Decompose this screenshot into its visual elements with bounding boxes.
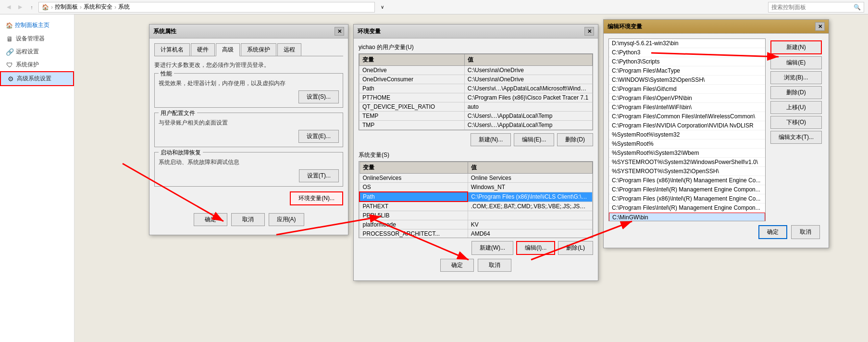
- env-vars-button[interactable]: 环境变量(N)...: [290, 191, 343, 205]
- edit-env-list-item[interactable]: %SYSTEMROOT%\System32\OpenSSH\: [609, 167, 765, 176]
- sidebar-item-remote-settings[interactable]: 🔗 远程设置: [0, 45, 74, 58]
- edit-env-list-item[interactable]: C:\Program Files\Intel\WiFi\bin\: [609, 103, 765, 112]
- tab-computer-name[interactable]: 计算机名: [154, 43, 190, 56]
- advanced-settings-icon: ⚙: [7, 75, 14, 83]
- breadcrumb-3[interactable]: 系统: [118, 3, 130, 11]
- edit-env-list-item[interactable]: C:\MinGW\bin: [609, 213, 765, 221]
- tab-hardware[interactable]: 硬件: [191, 43, 215, 56]
- edit-env-list[interactable]: D:\mysql-5.6.21-win32\binC:\Python3C:\Py…: [608, 38, 766, 221]
- user-var-name: Path: [360, 84, 465, 93]
- user-var-row[interactable]: PT7HOMEC:\Program Files (x86)\Cisco Pack…: [360, 93, 593, 102]
- edit-env-cancel-button[interactable]: 取消: [791, 225, 820, 239]
- edit-env-list-item[interactable]: D:\mysql-5.6.21-win32\bin: [609, 39, 765, 48]
- edit-env-list-item[interactable]: C:\Python3: [609, 48, 765, 57]
- sys-delete-button[interactable]: 删除(L): [558, 241, 593, 255]
- edit-env-dialog: 编辑环境变量 ✕ D:\mysql-5.6.21-win32\binC:\Pyt…: [603, 19, 829, 248]
- sys-var-name: platformcode: [360, 220, 468, 229]
- tab-remote[interactable]: 远程: [277, 43, 301, 56]
- sys-vars-table: 变量 值 OnlineServicesOnline ServicesOSWind…: [359, 162, 593, 238]
- edit-env-list-item[interactable]: C:\Program Files (x86)\Intel\(R) Managem…: [609, 176, 765, 185]
- sidebar-item-system-protection[interactable]: 🛡 系统保护: [0, 58, 74, 71]
- user-edit-button[interactable]: 编辑(E)...: [514, 133, 554, 146]
- user-var-row[interactable]: PathC:\Users\vi…\AppData\Local\Microsoft…: [360, 84, 593, 93]
- edit-env-close-button[interactable]: ✕: [815, 22, 825, 31]
- edit-env-list-item[interactable]: %SystemRoot%\system32: [609, 130, 765, 139]
- user-var-row[interactable]: OneDriveC:\Users\na\OneDrive: [360, 66, 593, 75]
- edit-env-action-button[interactable]: 上移(U): [770, 101, 822, 114]
- env-vars-title-bar[interactable]: 环境变量 ✕: [354, 25, 598, 38]
- sys-var-row[interactable]: OSWindows_NT: [360, 183, 593, 192]
- performance-settings-button[interactable]: 设置(S)...: [298, 90, 339, 103]
- edit-env-title-bar[interactable]: 编辑环境变量 ✕: [604, 20, 829, 34]
- sys-var-row[interactable]: PATHEXT.COM;.EXE;.BAT;.CMD;.VBS;.VBE;.JS…: [360, 202, 593, 211]
- user-profile-label: 用户配置文件: [159, 109, 197, 117]
- env-vars-ok-button[interactable]: 确定: [440, 259, 474, 272]
- system-properties-title-bar[interactable]: 系统属性 ✕: [149, 25, 348, 38]
- sys-props-cancel-button[interactable]: 取消: [231, 213, 265, 226]
- sidebar-item-advanced-settings[interactable]: ⚙ 高级系统设置: [0, 71, 74, 86]
- edit-env-action-button[interactable]: 浏览(B)...: [770, 71, 822, 84]
- sys-props-apply-button[interactable]: 应用(A): [269, 213, 304, 226]
- user-var-row[interactable]: OneDriveConsumerC:\Users\na\OneDrive: [360, 75, 593, 84]
- sys-var-row[interactable]: PathC:\Program Files (x86)\Intel\iCLS Cl…: [360, 192, 593, 202]
- edit-env-action-button[interactable]: 下移(O): [770, 116, 822, 129]
- edit-env-list-item[interactable]: %SYSTEMROOT%\System32\WindowsPowerShell\…: [609, 158, 765, 167]
- sys-var-row[interactable]: OnlineServicesOnline Services: [360, 174, 593, 183]
- user-var-row[interactable]: TEMPC:\Users\…\AppData\Local\Temp: [360, 112, 593, 121]
- system-properties-close-button[interactable]: ✕: [335, 27, 344, 36]
- search-icon: 🔍: [854, 4, 861, 11]
- edit-env-list-item[interactable]: C:\Program Files (x86)\Intel\(R) Managem…: [609, 194, 765, 203]
- edit-env-list-item[interactable]: C:\Program Files\NVIDIA Corporation\NVID…: [609, 121, 765, 130]
- edit-env-list-item[interactable]: C:\Program Files\Intel\(R) Management En…: [609, 185, 765, 194]
- collapse-icon: ∨: [381, 4, 384, 10]
- search-bar[interactable]: 🔍: [768, 2, 864, 13]
- sys-var-value: Windows_NT: [468, 183, 592, 192]
- sys-var-row[interactable]: PERL5LIB: [360, 211, 593, 220]
- edit-env-list-item[interactable]: C:\Program Files\MacType: [609, 66, 765, 76]
- sidebar-home[interactable]: 🏠 控制面板主页: [0, 18, 74, 32]
- sys-edit-button[interactable]: 编辑(I)...: [516, 241, 555, 255]
- sys-var-value: [468, 211, 592, 220]
- user-profile-settings-button[interactable]: 设置(E)...: [298, 130, 339, 143]
- env-vars-cancel-button[interactable]: 取消: [478, 259, 511, 272]
- sys-props-ok-button[interactable]: 确定: [194, 213, 227, 226]
- edit-env-action-button[interactable]: 删除(D): [770, 86, 822, 99]
- up-button[interactable]: ↑: [27, 2, 37, 12]
- breadcrumb-2[interactable]: 系统和安全: [84, 3, 112, 11]
- edit-env-action-button[interactable]: 编辑(E): [770, 56, 822, 69]
- sys-new-button[interactable]: 新建(W)...: [471, 241, 513, 255]
- env-vars-close-button[interactable]: ✕: [584, 27, 594, 36]
- sys-var-row[interactable]: PROCESSOR_ARCHITECT...AMD64: [360, 229, 593, 239]
- startup-recovery-settings-button[interactable]: 设置(T)...: [299, 169, 339, 182]
- breadcrumb-1[interactable]: 控制面板: [55, 3, 78, 11]
- edit-env-list-item[interactable]: C:\Python3\Scripts: [609, 57, 765, 66]
- tab-system-protection[interactable]: 系统保护: [241, 43, 276, 56]
- edit-env-list-item[interactable]: C:\WINDOWS\System32\OpenSSH\: [609, 76, 765, 85]
- sidebar-item-label: 系统保护: [16, 61, 39, 69]
- sys-var-row[interactable]: platformcodeKV: [360, 220, 593, 229]
- sys-vars-table-container[interactable]: 变量 值 OnlineServicesOnline ServicesOSWind…: [359, 161, 593, 238]
- edit-env-list-item[interactable]: %SystemRoot%\System32\Wbem: [609, 149, 765, 158]
- tab-advanced[interactable]: 高级: [216, 43, 240, 56]
- sidebar-home-label: 控制面板主页: [15, 21, 50, 29]
- user-new-button[interactable]: 新建(N)...: [471, 133, 511, 146]
- edit-env-action-button[interactable]: 编辑文本(T)...: [770, 131, 822, 144]
- user-vars-table-container[interactable]: 变量 值 OneDriveC:\Users\na\OneDriveOneDriv…: [359, 53, 593, 130]
- edit-env-list-item[interactable]: C:\Program Files\Git\cmd: [609, 85, 765, 94]
- sys-vars-col-value: 值: [468, 162, 592, 174]
- performance-section: 性能 视觉效果，处理器计划，内存使用，以及虚拟内存 设置(S)...: [154, 73, 343, 108]
- edit-env-list-item[interactable]: %SystemRoot%: [609, 139, 765, 149]
- edit-env-list-item[interactable]: C:\Program Files\Common Files\Intel\Wire…: [609, 112, 765, 121]
- user-var-row[interactable]: TMPC:\Users\…\AppData\Local\Temp: [360, 121, 593, 130]
- sidebar-item-device-manager[interactable]: 🖥 设备管理器: [0, 32, 74, 45]
- edit-env-list-item[interactable]: C:\Program Files\OpenVPN\bin: [609, 94, 765, 103]
- forward-button[interactable]: ▶: [15, 2, 25, 12]
- system-properties-content: 计算机名 硬件 高级 系统保护 远程 要进行大多数更改，您必须作为管理员登录。 …: [149, 38, 348, 235]
- user-var-row[interactable]: QT_DEVICE_PIXEL_RATIOauto: [360, 102, 593, 112]
- search-input[interactable]: [771, 4, 854, 11]
- back-button[interactable]: ◀: [4, 2, 13, 12]
- edit-env-action-button[interactable]: 新建(N): [770, 40, 822, 54]
- user-delete-button[interactable]: 删除(D): [557, 133, 593, 146]
- edit-env-ok-button[interactable]: 确定: [758, 225, 787, 239]
- edit-env-list-item[interactable]: C:\Program Files\Intel\(R) Management En…: [609, 203, 765, 213]
